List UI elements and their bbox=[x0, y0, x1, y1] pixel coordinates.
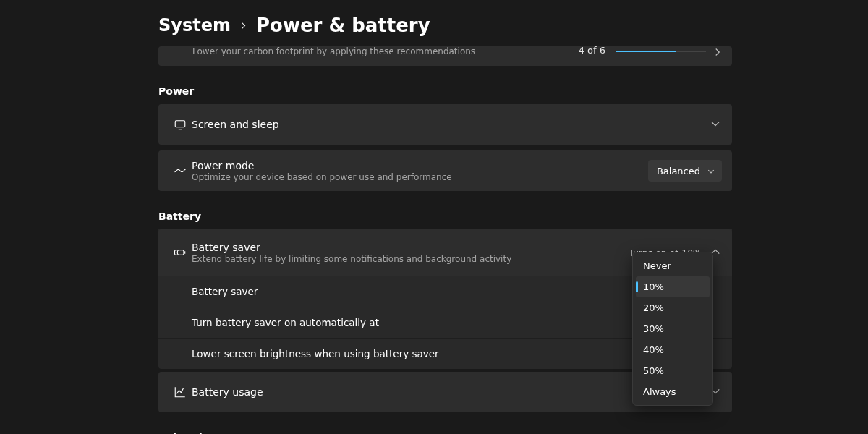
power-mode-icon bbox=[169, 163, 192, 178]
lower-brightness-label: Lower screen brightness when using batte… bbox=[192, 348, 439, 359]
dropdown-option-30[interactable]: 30% bbox=[636, 318, 710, 339]
energy-recommendations-status: 4 of 6 bbox=[579, 46, 605, 56]
progress-bar bbox=[616, 51, 706, 52]
battery-saver-desc: Extend battery life by limiting some not… bbox=[192, 254, 511, 264]
breadcrumb: System Power & battery bbox=[158, 0, 732, 46]
screen-and-sleep-label: Screen and sleep bbox=[192, 119, 279, 130]
dropdown-option-10[interactable]: 10% bbox=[636, 276, 710, 297]
dropdown-option-40[interactable]: 40% bbox=[636, 339, 710, 360]
svg-rect-1 bbox=[175, 250, 184, 255]
section-title-power: Power bbox=[158, 85, 732, 97]
battery-saver-label: Battery saver bbox=[192, 242, 511, 253]
auto-battery-saver-dropdown[interactable]: Never 10% 20% 30% 40% 50% Always bbox=[632, 252, 713, 406]
dropdown-option-never[interactable]: Never bbox=[636, 255, 710, 276]
dropdown-option-20[interactable]: 20% bbox=[636, 297, 710, 318]
chart-icon bbox=[169, 386, 192, 399]
power-mode-desc: Optimize your device based on power use … bbox=[192, 172, 452, 182]
dropdown-option-50[interactable]: 50% bbox=[636, 360, 710, 381]
power-mode-value: Balanced bbox=[657, 166, 700, 176]
breadcrumb-parent[interactable]: System bbox=[158, 15, 231, 35]
section-title-battery: Battery bbox=[158, 210, 732, 222]
auto-battery-saver-label: Turn battery saver on automatically at bbox=[192, 317, 379, 328]
dropdown-option-always[interactable]: Always bbox=[636, 381, 710, 402]
chevron-down-icon bbox=[707, 166, 715, 177]
battery-usage-label: Battery usage bbox=[192, 386, 263, 398]
page-title: Power & battery bbox=[256, 14, 430, 36]
chevron-right-icon bbox=[713, 46, 722, 59]
battery-saver-icon bbox=[169, 245, 192, 260]
screen-and-sleep-row[interactable]: Screen and sleep bbox=[158, 104, 732, 145]
monitor-icon bbox=[169, 118, 192, 131]
energy-recommendations-card[interactable]: Lower your carbon footprint by applying … bbox=[158, 46, 732, 66]
chevron-right-icon bbox=[239, 19, 247, 33]
battery-saver-toggle-label: Battery saver bbox=[192, 286, 258, 297]
power-mode-label: Power mode bbox=[192, 160, 452, 171]
energy-recommendations-desc: Lower your carbon footprint by applying … bbox=[192, 46, 475, 61]
power-mode-select[interactable]: Balanced bbox=[648, 160, 722, 182]
power-mode-row[interactable]: Power mode Optimize your device based on… bbox=[158, 150, 732, 191]
chevron-down-icon bbox=[710, 119, 722, 130]
svg-rect-0 bbox=[175, 121, 185, 127]
